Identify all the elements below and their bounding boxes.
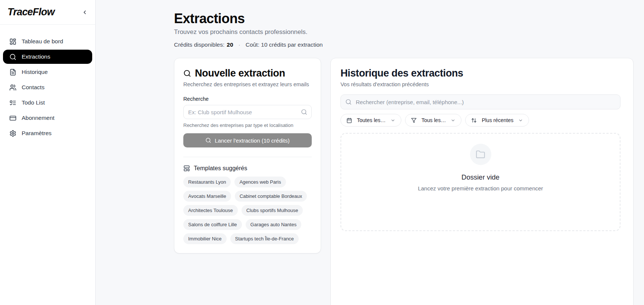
history-card: Historique des extractions Vos résultats… — [330, 58, 634, 305]
new-extraction-card: Nouvelle extraction Recherchez des entre… — [174, 58, 321, 253]
sidebar-item-abonnement[interactable]: Abonnement — [3, 111, 92, 125]
credits-label: Crédits disponibles: — [174, 41, 224, 48]
dot-separator: · — [239, 41, 240, 48]
launch-extraction-button[interactable]: Lancer l'extraction (10 crédits) — [183, 133, 312, 147]
layout-template-icon — [183, 165, 190, 172]
new-extraction-subtitle: Recherchez des entreprises et extrayez l… — [183, 81, 312, 87]
credits-value: 20 — [227, 41, 233, 48]
empty-state: Dossier vide Lancez votre première extra… — [340, 133, 620, 231]
search-hint: Recherchez des entreprises par type et l… — [183, 122, 312, 128]
template-chip[interactable]: Immobilier Nice — [183, 233, 227, 244]
history-search-input[interactable] — [340, 94, 620, 109]
sidebar: TraceFlow Tableau de bord Extractions — [0, 0, 96, 305]
template-chip[interactable]: Restaurants Lyon — [183, 177, 231, 187]
history-filters: Toutes les… Tous les… — [340, 114, 620, 127]
main-content: Extractions Trouvez vos prochains contac… — [96, 0, 644, 305]
sidebar-item-extractions[interactable]: Extractions — [3, 50, 92, 64]
sidebar-item-todo-list[interactable]: Todo List — [3, 96, 92, 110]
dashboard-icon — [9, 38, 16, 45]
new-extraction-title-row: Nouvelle extraction — [183, 68, 312, 79]
template-chip[interactable]: Startups tech Île-de-France — [230, 233, 299, 244]
status-filter-dropdown[interactable]: Tous les… — [405, 114, 461, 127]
search-icon — [183, 69, 191, 77]
template-chip[interactable]: Salons de coiffure Lille — [183, 219, 242, 230]
sidebar-item-label: Historique — [22, 69, 48, 75]
launch-extraction-label: Lancer l'extraction (10 crédits) — [215, 137, 289, 144]
empty-state-title: Dossier vide — [461, 173, 500, 181]
template-chip[interactable]: Avocats Marseille — [183, 191, 231, 202]
chevron-down-icon — [451, 118, 455, 123]
chevron-left-icon — [82, 9, 88, 15]
sidebar-item-label: Paramètres — [22, 130, 52, 137]
users-icon — [9, 84, 16, 91]
sidebar-item-parametres[interactable]: Paramètres — [3, 126, 92, 140]
cost-text: Coût: 10 crédits par extraction — [246, 41, 323, 48]
template-chip[interactable]: Clubs sportifs Mulhouse — [242, 205, 303, 216]
template-chips: Restaurants Lyon Agences web Paris Avoca… — [183, 177, 312, 244]
empty-state-subtitle: Lancez votre première extraction pour co… — [418, 185, 543, 192]
search-field-label: Recherche — [183, 96, 312, 102]
sidebar-header: TraceFlow — [0, 0, 95, 25]
template-chip[interactable]: Cabinet comptable Bordeaux — [235, 191, 307, 202]
sidebar-item-historique[interactable]: Historique — [3, 65, 92, 79]
card-divider — [183, 157, 312, 157]
settings-icon — [9, 130, 16, 137]
sidebar-item-label: Contacts — [22, 84, 44, 91]
calendar-icon — [346, 118, 352, 123]
sidebar-nav: Tableau de bord Extractions Historique C… — [0, 25, 95, 140]
sidebar-collapse-button[interactable] — [80, 8, 89, 17]
history-title: Historique des extractions — [340, 68, 620, 79]
empty-state-icon-circle — [470, 144, 491, 165]
chevron-down-icon — [391, 118, 395, 123]
search-icon — [205, 137, 211, 143]
search-input-wrap — [183, 105, 312, 119]
date-filter-label: Toutes les… — [357, 117, 386, 123]
sort-dropdown[interactable]: Plus récentes — [465, 114, 529, 127]
filter-icon — [411, 118, 417, 123]
page-subtitle: Trouvez vos prochains contacts professio… — [174, 28, 634, 36]
list-todo-icon — [9, 99, 16, 106]
credit-card-icon — [9, 115, 16, 122]
search-icon — [9, 53, 16, 60]
chevron-down-icon — [518, 118, 523, 123]
page-title: Extractions — [174, 11, 634, 26]
history-subtitle: Vos résultats d'extraction précédents — [340, 81, 620, 87]
cards-row: Nouvelle extraction Recherchez des entre… — [174, 58, 634, 305]
sidebar-item-label: Extractions — [22, 53, 50, 60]
extraction-search-input[interactable] — [183, 105, 312, 119]
sidebar-item-label: Tableau de bord — [22, 38, 63, 45]
status-filter-label: Tous les… — [421, 117, 446, 123]
sort-icon — [471, 118, 477, 123]
sidebar-item-contacts[interactable]: Contacts — [3, 80, 92, 94]
sidebar-item-label: Abonnement — [22, 115, 55, 121]
folder-icon — [476, 150, 485, 159]
new-extraction-title: Nouvelle extraction — [195, 68, 285, 79]
history-search-wrap — [340, 94, 620, 109]
template-chip[interactable]: Garages auto Nantes — [246, 219, 302, 230]
app-logo: TraceFlow — [7, 6, 55, 18]
template-chip[interactable]: Agences web Paris — [234, 177, 286, 187]
sidebar-item-tableau-de-bord[interactable]: Tableau de bord — [3, 34, 92, 49]
sidebar-item-label: Todo List — [22, 99, 45, 106]
templates-title-row: Templates suggérés — [183, 165, 312, 172]
file-text-icon — [9, 69, 16, 76]
sort-label: Plus récentes — [482, 117, 513, 123]
credits-row: Crédits disponibles: 20 · Coût: 10 crédi… — [174, 41, 634, 48]
templates-title: Templates suggérés — [194, 165, 247, 172]
app-root: TraceFlow Tableau de bord Extractions — [0, 0, 644, 305]
template-chip[interactable]: Architectes Toulouse — [183, 205, 238, 216]
date-filter-dropdown[interactable]: Toutes les… — [340, 114, 401, 127]
